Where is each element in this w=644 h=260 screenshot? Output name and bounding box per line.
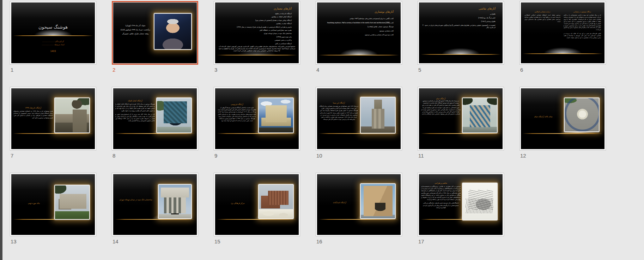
slide-text-block: نقاشی و طراحی سیحون در کنار معماری، به ن… xyxy=(421,182,461,210)
slide-title: آرامگاه فردوسی xyxy=(217,103,257,105)
presentation-year: 1403 xyxy=(11,50,95,52)
slide-9-canvas: آرامگاه فردوسی طرح تجدید ساختمان آرامگاه… xyxy=(215,88,299,149)
photo-caption: بنای موزه توس xyxy=(16,202,51,205)
nader-shah-tomb-photo xyxy=(54,98,90,133)
slide-text-block: آرامگاه خیام در مرداد ماه سال ۱۳۳۵ انجمن… xyxy=(421,98,461,117)
slide-16-canvas: آرامگاه اسدآبادی xyxy=(317,174,401,235)
bank-sepah-photo xyxy=(158,184,192,219)
slide-11-thumbnail[interactable]: آرامگاه خیام در مرداد ماه سال ۱۳۳۵ انجمن… xyxy=(418,87,504,150)
list-item: بازبینی و طراحی آرامگاه فردوسی در طوس (پ… xyxy=(218,25,292,29)
slide-8-thumbnail[interactable]: آرامگاه کمال الملک هوشنگ سیحون در سال ۱۳… xyxy=(112,87,198,150)
slide-title: آرامگاه ابن سینا xyxy=(319,102,359,104)
portrait-photo xyxy=(154,13,192,50)
slide-14-thumbnail[interactable]: ساختمان بانک سپه در میدان توپخانه تهران xyxy=(112,173,198,236)
slide-title: آرامگاه کمال الملک xyxy=(115,100,155,102)
slide-13-thumbnail[interactable]: بنای موزه توس xyxy=(10,173,96,236)
slide-text-block: آرامگاه کمال الملک هوشنگ سیحون در سال ۱۳… xyxy=(115,100,155,124)
photo-caption: ساختمان بانک سپه در میدان توپخانه تهران xyxy=(118,198,153,201)
works-footer: مجتمع آموزشی یاغچی‌آباد، ساختمان‌های ساز… xyxy=(218,46,296,52)
slide-cell-1: هوشنگ سیحون گردآورندگان: ...............… xyxy=(10,1,96,87)
slide-6-thumbnail[interactable]: دیدگاه سیحون در معماری او در سبک معماری … xyxy=(520,1,606,65)
column-paragraph: او در سبک معماری خود پیوند و آشتی چشم‌نو… xyxy=(564,14,601,31)
slide-cell-2: متولد: آذر ماه ۱۲۹۹ (تهران) درگذشت: خردا… xyxy=(112,1,198,87)
slide-16-thumbnail[interactable]: آرامگاه اسدآبادی xyxy=(316,173,402,236)
slide-grid: هوشنگ سیحون گردآورندگان: ...............… xyxy=(10,1,606,259)
column-islamic-architecture: درباره معماری اسلامی سیحون معتقد است اصط… xyxy=(524,11,560,24)
yazd-cultural-center-photo xyxy=(258,184,294,219)
slide-8-canvas: آرامگاه کمال الملک هوشنگ سیحون در سال ۱۳… xyxy=(113,88,197,149)
slide-title: آثارهای نوشتاری xyxy=(375,10,394,13)
slide-paragraph: کار در سال ۱۳۳۸ آغاز شد و پس از آن استخو… xyxy=(115,113,155,122)
slide-number: 13 xyxy=(11,238,96,244)
slide-number: 5 xyxy=(418,67,504,73)
slide-14-canvas: ساختمان بانک سپه در میدان توپخانه تهران xyxy=(113,174,197,235)
credit-lines: گردآورندگان: ........................ اس… xyxy=(11,40,95,46)
column-heading: دیدگاه سیحون در معماری xyxy=(564,11,601,13)
avicenna-tomb-photo xyxy=(360,97,396,134)
slide-paragraph: هوشنگ سیحون در سال ۱۳۳۷ طرح یادبود آرامگ… xyxy=(115,103,155,112)
slide-number: 10 xyxy=(316,153,402,159)
slide-1-canvas: هوشنگ سیحون گردآورندگان: ...............… xyxy=(11,2,95,63)
bio-profession: پیشه: معمار، طراح، نقاش، تصویرگر xyxy=(116,32,155,36)
slide-2-thumbnail-selected[interactable]: متولد: آذر ماه ۱۲۹۹ (تهران) درگذشت: خردا… xyxy=(112,1,198,65)
slide-paragraph: در سال ۱۳۲۴ طی مسابقه‌ای بین مهندسان معم… xyxy=(319,105,359,120)
slide-cell-16: آرامگاه اسدآبادی 16 xyxy=(316,173,402,259)
slide-cell-6: دیدگاه سیحون در معماری او در سبک معماری … xyxy=(520,1,606,87)
slide-9-thumbnail[interactable]: آرامگاه فردوسی طرح تجدید ساختمان آرامگاه… xyxy=(214,87,300,150)
slide-title: آثارهای معماری xyxy=(274,7,292,10)
slide-number: 9 xyxy=(214,153,300,159)
window-edge xyxy=(0,0,2,260)
slide-cell-10: آرامگاه ابن سینا در سال ۱۳۲۴ طی مسابقه‌ا… xyxy=(316,87,402,173)
list-item: آرامگاه نادرشاه در مشهد xyxy=(218,12,292,15)
presentation-title: هوشنگ سیحون xyxy=(11,24,95,30)
list-item: آرامگاه کمال الملک در نیشابور xyxy=(218,15,292,18)
slide-cell-4: آثارهای نوشتاری کتاب نگاهی به ایران (مجم… xyxy=(316,1,402,87)
slide-6-canvas: دیدگاه سیحون در معماری او در سبک معماری … xyxy=(521,2,604,63)
column-paragraph: سیحون معتقد است اصطلاح معماری اسلامی اصط… xyxy=(524,14,560,23)
gold-divider xyxy=(521,45,604,54)
bio-text: متولد: آذر ماه ۱۲۹۹ (تهران) درگذشت: خردا… xyxy=(116,24,155,36)
slide-1-thumbnail[interactable]: هوشنگ سیحون گردآورندگان: ...............… xyxy=(10,1,96,65)
slide-17-canvas: نقاشی و طراحی سیحون در کنار معماری، به ن… xyxy=(419,174,503,235)
slide-3-thumbnail[interactable]: آثارهای معماری آرامگاه نادرشاه در مشهد آ… xyxy=(214,1,300,65)
slide-text-block: آرامگاه نادرشاه ۱۳۳۷ طرح پیشنهادی او در … xyxy=(13,107,53,120)
slide-text-block: آرامگاه ابن سینا در سال ۱۳۲۴ طی مسابقه‌ا… xyxy=(319,102,359,122)
khayyam-aerial-photo xyxy=(564,98,600,132)
slide-7-thumbnail[interactable]: آرامگاه نادرشاه ۱۳۳۷ طرح پیشنهادی او در … xyxy=(10,87,96,150)
list-item: آرامگاه خیام در نیشابور xyxy=(218,22,292,25)
slide-5-thumbnail[interactable]: آثارهای نقاشی طلوع پر عصر مرگ یک رویا (۱… xyxy=(418,1,504,65)
slide-17-thumbnail[interactable]: نقاشی و طراحی سیحون در کنار معماری، به ن… xyxy=(418,173,504,236)
column-viewpoint: دیدگاه سیحون در معماری او در سبک معماری … xyxy=(564,11,601,41)
column-heading: درباره معماری اسلامی xyxy=(524,11,560,13)
slide-number: 11 xyxy=(418,153,504,159)
slide-number: 17 xyxy=(418,238,504,244)
bio-born: متولد: آذر ماه ۱۲۹۹ (تهران) xyxy=(116,24,155,28)
slide-text-block: آرامگاه فردوسی طرح تجدید ساختمان آرامگاه… xyxy=(217,103,257,123)
slide-cell-13: بنای موزه توس 13 xyxy=(10,173,96,259)
slide-cell-17: نقاشی و طراحی سیحون در کنار معماری، به ن… xyxy=(418,173,504,259)
slide-paragraph: سیحون در کنار معماری، به نقاشی، پرتره‌نگ… xyxy=(421,185,461,201)
slide-number: 15 xyxy=(214,238,300,244)
slide-number: 16 xyxy=(316,238,402,244)
credit-line-2: استاد مربوطه: ........................ xyxy=(11,43,95,46)
slide-12-canvas: نمای بالای آرامگاه خیام xyxy=(521,88,604,149)
slide-4-thumbnail[interactable]: آثارهای نوشتاری کتاب نگاهی به ایران (مجم… xyxy=(316,1,402,65)
slide-7-canvas: آرامگاه نادرشاه ۱۳۳۷ طرح پیشنهادی او در … xyxy=(11,88,95,149)
slide-cell-14: ساختمان بانک سپه در میدان توپخانه تهران … xyxy=(112,173,198,259)
slide-paragraph: طرح پیشنهادی او در سال ۱۳۳۷ به دانشکده م… xyxy=(13,110,53,119)
slide-5-canvas: آثارهای نقاشی طلوع پر عصر مرگ یک رویا (۱… xyxy=(419,2,503,63)
slide-12-thumbnail[interactable]: نمای بالای آرامگاه خیام xyxy=(520,87,606,150)
slide-cell-9: آرامگاه فردوسی طرح تجدید ساختمان آرامگاه… xyxy=(214,87,300,173)
list-item: مقبره سید جمال‌الدین اسدآبادی در دانشگاه… xyxy=(218,29,292,32)
slide-cell-8: آرامگاه کمال الملک هوشنگ سیحون در سال ۱۳… xyxy=(112,87,198,173)
slide-15-thumbnail[interactable]: مرکز فرهنگی یزد xyxy=(214,173,300,236)
works-list: آرامگاه نادرشاه در مشهد آرامگاه کمال الم… xyxy=(218,12,292,45)
list-item: کتاب houshang seyhoun, Half a century of… xyxy=(320,21,394,25)
slide-cell-15: مرکز فرهنگی یزد 15 xyxy=(214,173,300,259)
gold-divider xyxy=(419,46,503,55)
slide-title: آرامگاه خیام xyxy=(421,98,461,100)
khayyam-tomb-photo xyxy=(462,98,498,133)
slide-10-thumbnail[interactable]: آرامگاه ابن سینا در سال ۱۳۲۴ طی مسابقه‌ا… xyxy=(316,87,402,150)
sketch-drawing-photo xyxy=(462,183,498,220)
slide-cell-12: نمای بالای آرامگاه خیام 12 xyxy=(520,87,606,173)
